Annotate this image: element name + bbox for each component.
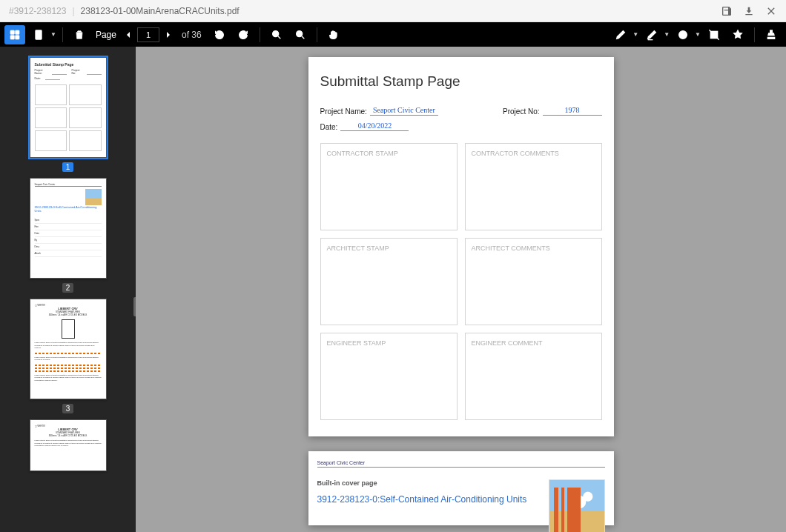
contractor-stamp-box: CONTRACTOR STAMP bbox=[320, 143, 458, 230]
page-label: Page bbox=[96, 30, 116, 40]
chevron-down-icon[interactable]: ▼ bbox=[695, 31, 701, 38]
page-input[interactable] bbox=[137, 27, 159, 42]
record-id: #3912-238123 bbox=[9, 6, 66, 16]
rotate-right-button[interactable] bbox=[233, 25, 254, 44]
thumbnail-page-3[interactable]: ▢ VERTIV LIEBERT CRV STANDARD FEATURES 3… bbox=[30, 299, 107, 399]
chevron-down-icon[interactable]: ▼ bbox=[633, 31, 638, 38]
shape-button[interactable] bbox=[673, 25, 693, 44]
date-label: Date: bbox=[320, 123, 338, 131]
thumb-number: 3 bbox=[62, 404, 74, 413]
document-viewport[interactable]: Submittal Stamp Page Project Name: Seapo… bbox=[136, 47, 786, 532]
svg-line-11 bbox=[302, 36, 304, 39]
page2-header: Seaport Civic Center bbox=[317, 460, 605, 468]
download-icon[interactable] bbox=[743, 5, 755, 17]
thumbnails-button[interactable] bbox=[4, 25, 25, 44]
zoom-out-button[interactable] bbox=[266, 25, 287, 44]
pan-button[interactable] bbox=[323, 25, 344, 44]
crop-button[interactable] bbox=[704, 25, 724, 44]
page2-subtitle: Built-in cover page bbox=[317, 479, 527, 487]
filename: 238123-01-00MainArenaCRACUnits.pdf bbox=[81, 6, 240, 16]
thumb-number: 2 bbox=[62, 283, 74, 293]
favorite-button[interactable] bbox=[727, 25, 748, 44]
thumb-item[interactable]: ▢ VERTIV LIEBERT CRV STANDARD FEATURES 3… bbox=[30, 419, 107, 471]
svg-rect-4 bbox=[36, 30, 42, 39]
svg-line-7 bbox=[278, 36, 280, 39]
zoom-in-button[interactable] bbox=[290, 25, 311, 44]
window-header: #3912-238123 | 238123-01-00MainArenaCRAC… bbox=[0, 0, 786, 22]
delete-button[interactable] bbox=[69, 25, 90, 44]
engineer-stamp-box: ENGINEER STAMP bbox=[320, 333, 458, 420]
thumbnail-page-4[interactable]: ▢ VERTIV LIEBERT CRV STANDARD FEATURES 3… bbox=[30, 419, 107, 471]
stamp-button[interactable] bbox=[761, 25, 782, 44]
pdf-page-1: Submittal Stamp Page Project Name: Seapo… bbox=[308, 57, 614, 436]
thumb-number: 1 bbox=[62, 162, 74, 172]
architect-comments-box: ARCHITECT COMMENTS bbox=[465, 238, 602, 325]
thumbnail-page-2[interactable]: Seaport Civic Center 3912-238123-0:Self-… bbox=[30, 178, 107, 279]
main-area: Submittal Stamp Page Project Name:Projec… bbox=[0, 47, 786, 532]
single-page-button[interactable] bbox=[28, 25, 49, 44]
svg-rect-0 bbox=[10, 30, 14, 34]
thumb-item[interactable]: Submittal Stamp Page Project Name:Projec… bbox=[30, 57, 107, 172]
contractor-comments-box: CONTRACTOR COMMENTS bbox=[465, 143, 602, 230]
project-no-label: Project No: bbox=[503, 107, 539, 116]
project-name-label: Project Name: bbox=[320, 107, 367, 116]
svg-rect-3 bbox=[16, 35, 19, 39]
page-count: of 36 bbox=[182, 30, 202, 40]
page2-link: 3912-238123-0:Self-Contained Air-Conditi… bbox=[317, 494, 527, 505]
svg-rect-14 bbox=[710, 31, 717, 38]
svg-rect-1 bbox=[16, 30, 19, 34]
thumb-item[interactable]: Seaport Civic Center 3912-238123-0:Self-… bbox=[30, 178, 107, 293]
architect-stamp-box: ARCHITECT STAMP bbox=[320, 238, 458, 325]
pdf-toolbar: ▼ Page of 36 ▼ bbox=[0, 22, 786, 47]
cover-image bbox=[549, 479, 605, 532]
highlight-button[interactable] bbox=[641, 25, 662, 44]
project-name-value: Seaport Civic Center bbox=[370, 106, 438, 116]
thumbnail-panel[interactable]: Submittal Stamp Page Project Name:Projec… bbox=[0, 47, 136, 532]
project-no-value: 1978 bbox=[543, 106, 602, 116]
rotate-left-button[interactable] bbox=[209, 25, 230, 44]
chevron-down-icon[interactable]: ▼ bbox=[664, 31, 670, 38]
svg-rect-2 bbox=[10, 35, 14, 39]
page-title: Submittal Stamp Page bbox=[320, 73, 602, 90]
engineer-comment-box: ENGINEER COMMENT bbox=[465, 333, 602, 420]
prev-page-button[interactable] bbox=[122, 26, 134, 44]
chevron-down-icon[interactable]: ▼ bbox=[50, 31, 56, 38]
thumb-item[interactable]: ▢ VERTIV LIEBERT CRV STANDARD FEATURES 3… bbox=[30, 299, 107, 413]
close-icon[interactable] bbox=[765, 5, 777, 17]
draw-button[interactable] bbox=[610, 25, 631, 44]
svg-point-13 bbox=[679, 30, 687, 39]
pdf-page-2: Seaport Civic Center Built-in cover page… bbox=[308, 451, 614, 525]
thumbnail-page-1[interactable]: Submittal Stamp Page Project Name:Projec… bbox=[30, 57, 107, 158]
date-value: 04/20/2022 bbox=[340, 122, 409, 131]
next-page-button[interactable] bbox=[162, 26, 174, 44]
save-icon[interactable] bbox=[721, 5, 733, 17]
